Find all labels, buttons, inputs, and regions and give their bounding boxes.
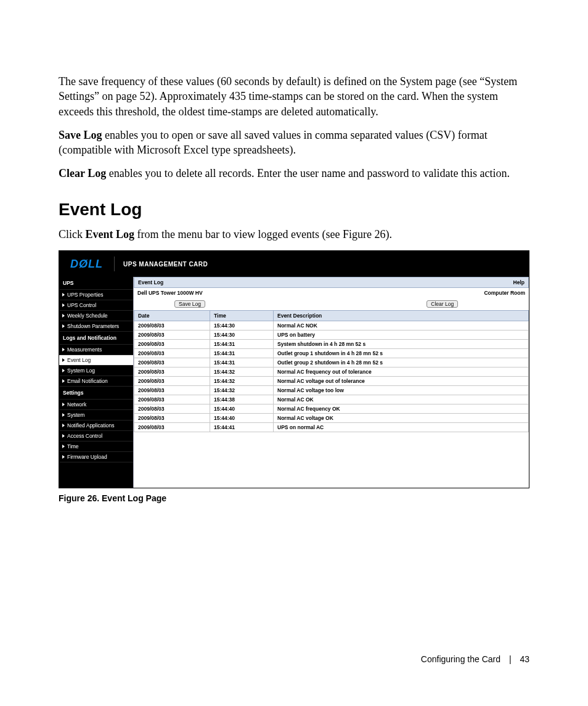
sidebar-item-label: Access Control [67, 433, 102, 439]
button-row: Save Log Clear Log [134, 298, 529, 310]
sidebar-item-email-notification[interactable]: Email Notification [59, 376, 133, 387]
table-row: 2009/08/0315:44:40Normal AC frequency OK [134, 404, 529, 414]
header-divider [114, 257, 115, 271]
figure-event-log-screenshot: DØLL UPS MANAGEMENT CARD UPSUPS Properti… [59, 250, 529, 488]
cell-desc: Normal AC OK [274, 395, 529, 404]
cell-date: 2009/08/03 [134, 330, 210, 340]
cell-time: 15:44:30 [210, 321, 274, 330]
arrow-icon [62, 358, 65, 362]
col-time: Time [210, 311, 274, 321]
sidebar-item-access-control[interactable]: Access Control [59, 431, 133, 441]
cell-date: 2009/08/03 [134, 321, 210, 330]
table-row: 2009/08/0315:44:30UPS on battery [134, 330, 529, 340]
figure-caption: Figure 26. Event Log Page [59, 493, 529, 503]
cell-time: 15:44:31 [210, 349, 274, 358]
subbar: Dell UPS Tower 1000W HV Computer Room [134, 288, 529, 298]
cell-time: 15:44:40 [210, 404, 274, 414]
sidebar-item-label: Time [67, 443, 79, 449]
sidebar-item-measurements[interactable]: Measurements [59, 345, 133, 355]
main-panel: Event Log Help Dell UPS Tower 1000W HV C… [133, 277, 529, 488]
table-row: 2009/08/0315:44:31System shutdown in 4 h… [134, 340, 529, 349]
table-row: 2009/08/0315:44:38Normal AC OK [134, 395, 529, 404]
cell-desc: Normal AC voltage too low [274, 386, 529, 395]
paragraph-click-instruction: Click Event Log from the menu bar to vie… [59, 227, 529, 242]
term-clear-log: Clear Log [59, 167, 106, 179]
text-click-a: Click [59, 228, 86, 240]
cell-time: 15:44:31 [210, 358, 274, 367]
sidebar-item-time[interactable]: Time [59, 441, 133, 452]
heading-event-log: Event Log [59, 200, 529, 220]
sidebar-item-firmware-upload[interactable]: Firmware Upload [59, 452, 133, 462]
cell-date: 2009/08/03 [134, 367, 210, 377]
cell-desc: Normal AC NOK [274, 321, 529, 330]
sidebar-item-shutdown-parameters[interactable]: Shutdown Parameters [59, 321, 133, 332]
cell-desc: Normal AC voltage OK [274, 414, 529, 423]
location-name: Computer Room [484, 290, 525, 296]
event-log-table: Date Time Event Description 2009/08/0315… [134, 310, 529, 432]
text-click-b: Event Log [86, 228, 135, 240]
paragraph-clear-log: Clear Log enables you to delete all reco… [59, 166, 529, 181]
sidebar-item-label: Notified Applications [67, 422, 115, 429]
arrow-icon [62, 413, 65, 417]
help-link[interactable]: Help [513, 279, 525, 285]
sidebar-item-label: Firmware Upload [67, 454, 107, 460]
cell-desc: Normal AC voltage out of tolerance [274, 377, 529, 386]
cell-time: 15:44:41 [210, 423, 274, 432]
sidebar-item-system-log[interactable]: System Log [59, 366, 133, 376]
arrow-icon [62, 434, 65, 438]
arrow-icon [62, 379, 65, 383]
titlebar-left: Event Log [138, 279, 163, 285]
arrow-icon [62, 348, 65, 351]
titlebar: Event Log Help [134, 277, 529, 288]
footer-page-number: 43 [520, 654, 529, 664]
table-row: 2009/08/0315:44:30Normal AC NOK [134, 321, 529, 330]
table-row: 2009/08/0315:44:41UPS on normal AC [134, 423, 529, 432]
cell-desc: Outlet group 2 shutdown in 4 h 28 mn 52 … [274, 358, 529, 367]
sidebar-item-ups-control[interactable]: UPS Control [59, 300, 133, 311]
sidebar-item-label: Shutdown Parameters [67, 323, 119, 329]
arrow-icon [62, 303, 65, 307]
paragraph-save-frequency: The save frequency of these values (60 s… [59, 74, 529, 119]
sidebar-item-system[interactable]: System [59, 410, 133, 421]
sidebar-item-label: Weekly Schedule [67, 313, 108, 319]
sidebar-item-weekly-schedule[interactable]: Weekly Schedule [59, 311, 133, 321]
save-log-button[interactable]: Save Log [174, 300, 205, 308]
sidebar-item-label: UPS Control [67, 302, 96, 308]
cell-desc: Normal AC frequency out of tolerance [274, 367, 529, 377]
arrow-icon [62, 455, 65, 459]
cell-desc: Normal AC frequency OK [274, 404, 529, 414]
cell-date: 2009/08/03 [134, 414, 210, 423]
device-name: Dell UPS Tower 1000W HV [137, 290, 203, 296]
sidebar-item-label: Email Notification [67, 378, 108, 384]
table-header-row: Date Time Event Description [134, 311, 529, 321]
sidebar-item-network[interactable]: Network [59, 400, 133, 410]
clear-log-button[interactable]: Clear Log [427, 300, 458, 308]
arrow-icon [62, 424, 65, 427]
sidebar-group: Settings [59, 387, 133, 400]
sidebar-item-label: System Log [67, 367, 95, 374]
cell-time: 15:44:30 [210, 330, 274, 340]
footer-section: Configuring the Card [421, 654, 500, 664]
sidebar-item-event-log[interactable]: Event Log [59, 355, 133, 366]
cell-date: 2009/08/03 [134, 377, 210, 386]
cell-date: 2009/08/03 [134, 386, 210, 395]
arrow-icon [62, 314, 65, 318]
footer-separator: | [509, 654, 512, 664]
cell-desc: Outlet group 1 shutdown in 4 h 28 mn 52 … [274, 349, 529, 358]
sidebar-item-label: Network [67, 401, 86, 408]
sidebar-item-notified-applications[interactable]: Notified Applications [59, 421, 133, 431]
cell-time: 15:44:32 [210, 367, 274, 377]
col-date: Date [134, 311, 210, 321]
header-title: UPS MANAGEMENT CARD [123, 261, 208, 268]
sidebar-group: UPS [59, 277, 133, 290]
table-empty-space [134, 432, 529, 488]
page-footer: Configuring the Card | 43 [421, 654, 529, 664]
cell-desc: UPS on battery [274, 330, 529, 340]
sidebar-item-label: UPS Properties [67, 292, 104, 298]
paragraph-save-log: Save Log enables you to open or save all… [59, 128, 529, 158]
cell-date: 2009/08/03 [134, 340, 210, 349]
sidebar-item-label: Measurements [67, 347, 102, 353]
sidebar-item-ups-properties[interactable]: UPS Properties [59, 290, 133, 300]
col-desc: Event Description [274, 311, 529, 321]
table-row: 2009/08/0315:44:31Outlet group 2 shutdow… [134, 358, 529, 367]
